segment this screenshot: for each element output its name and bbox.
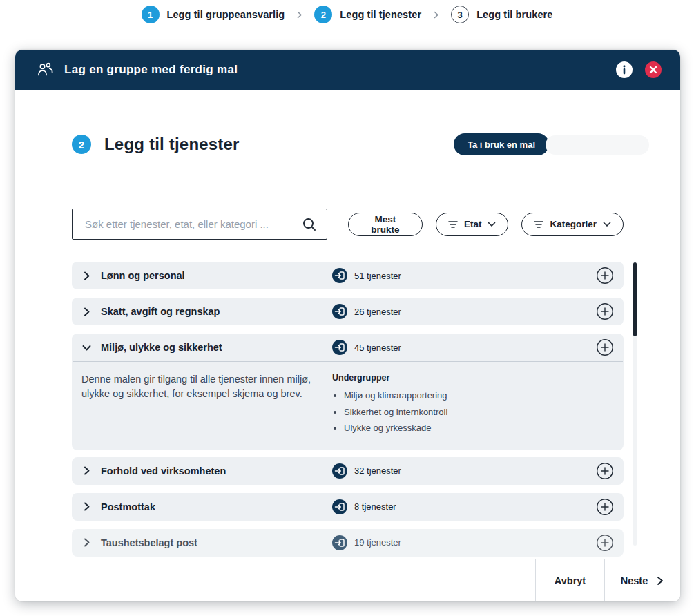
step-badge: 2 <box>72 135 91 154</box>
step-3-label: Legg til brukere <box>476 9 552 20</box>
add-category-icon[interactable] <box>596 338 614 356</box>
service-enter-icon <box>332 340 347 355</box>
filter-agency-button[interactable]: Etat <box>436 213 509 236</box>
chevron-right-icon <box>81 537 92 548</box>
next-button[interactable]: Neste <box>604 559 680 601</box>
create-group-modal: Lag en gruppe med ferdig mal 2 Legg til … <box>15 50 680 601</box>
chevron-right-icon <box>81 307 92 317</box>
use-template-button[interactable]: Ta i bruk en mal <box>454 133 549 155</box>
subgroup-item: Ulykke og yrkesskade <box>344 421 614 435</box>
step-1-label: Legg til gruppeansvarlig <box>167 9 285 20</box>
service-enter-icon <box>332 268 347 283</box>
chevron-right-icon <box>81 501 92 512</box>
category-label: Forhold ved virksomheten <box>101 465 226 477</box>
subgroup-item: Miljø og klimarapportering <box>344 389 614 403</box>
category-label: Postmottak <box>101 501 155 512</box>
chevron-down-icon <box>488 222 496 227</box>
close-icon[interactable] <box>644 61 662 79</box>
add-category-icon[interactable] <box>596 498 614 516</box>
service-row-miljo-header[interactable]: Miljø, ulykke og sikkerhet 45 tjenester <box>72 334 624 361</box>
search-input[interactable] <box>84 218 301 231</box>
subgroup-item: Sikkerhet og internkontroll <box>344 405 614 419</box>
modal-footer: Avbryt Neste <box>15 559 680 601</box>
scrollbar-track[interactable] <box>633 262 637 546</box>
step-2-label: Legg til tjenester <box>340 9 421 20</box>
scrollbar-thumb[interactable] <box>633 262 637 336</box>
service-row-forhold[interactable]: Forhold ved virksomheten 32 tjenester <box>72 457 624 485</box>
chevron-down-icon <box>81 343 92 353</box>
heading-row: 2 Legg til tjenester Ta i bruk en mal <box>72 133 624 156</box>
service-category-list: Lønn og personal 51 tjenester <box>72 262 624 559</box>
filter-categories-button[interactable]: Kategorier <box>521 213 624 236</box>
subgroups-list: Miljø og klimarapportering Sikkerhet og … <box>332 389 614 435</box>
add-category-icon[interactable] <box>596 462 614 480</box>
service-row-postmottak[interactable]: Postmottak 8 tjenester <box>72 493 624 521</box>
chevron-right-icon <box>655 576 664 586</box>
category-label: Taushetsbelagt post <box>101 537 197 548</box>
step-2-circle: 2 <box>314 6 332 23</box>
modal-header: Lag en gruppe med ferdig mal <box>15 50 680 90</box>
subgroups-title: Undergrupper <box>332 373 614 383</box>
next-label: Neste <box>621 575 648 586</box>
filter-lines-icon <box>448 220 458 229</box>
service-count: 45 tjenester <box>354 343 401 353</box>
filter-agency-label: Etat <box>464 219 482 229</box>
stepper-step-1[interactable]: 1 Legg til gruppeansvarlig <box>142 6 285 23</box>
cancel-button[interactable]: Avbryt <box>535 559 604 601</box>
service-row-skatt-avgift[interactable]: Skatt, avgift og regnskap 26 tjenester <box>72 298 624 325</box>
info-icon[interactable] <box>615 61 633 79</box>
chevron-right-icon <box>81 465 92 476</box>
search-icon <box>301 216 318 233</box>
category-label: Skatt, avgift og regnskap <box>101 306 220 317</box>
service-row-lonn-og-personal[interactable]: Lønn og personal 51 tjenester <box>72 262 624 289</box>
service-row-miljo-expanded: Miljø, ulykke og sikkerhet 45 tjenester … <box>72 334 624 450</box>
chevron-down-icon <box>603 222 611 227</box>
page-title: Legg til tjenester <box>104 135 240 154</box>
service-count: 26 tjenester <box>354 307 401 317</box>
service-count: 51 tjenester <box>354 271 401 281</box>
filter-lines-icon <box>534 220 543 229</box>
category-label: Miljø, ulykke og sikkerhet <box>101 342 222 353</box>
service-enter-icon <box>332 535 347 550</box>
add-category-icon[interactable] <box>596 267 614 285</box>
service-count: 19 tjenester <box>354 537 401 548</box>
service-count: 8 tjenester <box>354 501 396 512</box>
chevron-right-icon <box>81 271 92 281</box>
add-category-icon[interactable] <box>596 302 614 320</box>
service-count: 32 tjenester <box>354 465 401 476</box>
faded-button-placeholder <box>546 135 649 155</box>
add-category-icon[interactable] <box>596 534 614 552</box>
filter-most-used-label: Mest brukte <box>360 214 410 235</box>
filter-most-used-button[interactable]: Mest brukte <box>348 213 423 236</box>
stepper-chevron-icon <box>432 10 441 19</box>
category-label: Lønn og personal <box>101 270 185 281</box>
wizard-stepper: 1 Legg til gruppeansvarlig 2 Legg til tj… <box>0 6 694 23</box>
modal-title: Lag en gruppe med ferdig mal <box>64 63 615 77</box>
category-details: Denne malen gir tilgang til alle tjenest… <box>72 362 624 450</box>
stepper-chevron-icon <box>295 10 304 19</box>
search-box[interactable] <box>72 209 327 240</box>
cancel-label: Avbryt <box>555 575 586 586</box>
footer-spacer <box>15 559 535 601</box>
service-enter-icon <box>332 304 347 319</box>
service-enter-icon <box>332 463 347 479</box>
service-enter-icon <box>332 499 347 514</box>
step-3-circle: 3 <box>451 6 469 23</box>
stepper-step-2[interactable]: 2 Legg til tjenester <box>314 6 421 23</box>
step-1-circle: 1 <box>142 6 160 23</box>
category-description: Denne malen gir tilgang til alle tjenest… <box>81 372 332 438</box>
subgroups-section: Undergrupper Miljø og klimarapportering … <box>332 372 614 438</box>
group-people-icon <box>36 61 54 78</box>
stepper-step-3[interactable]: 3 Legg til brukere <box>451 6 552 23</box>
modal-body: 2 Legg til tjenester Ta i bruk en mal Me… <box>15 90 680 559</box>
filter-categories-label: Kategorier <box>550 219 597 229</box>
service-row-taushetsbelagt[interactable]: Taushetsbelagt post 19 tjenester <box>72 529 624 557</box>
search-filter-row: Mest brukte Etat Kategorier <box>72 209 624 240</box>
